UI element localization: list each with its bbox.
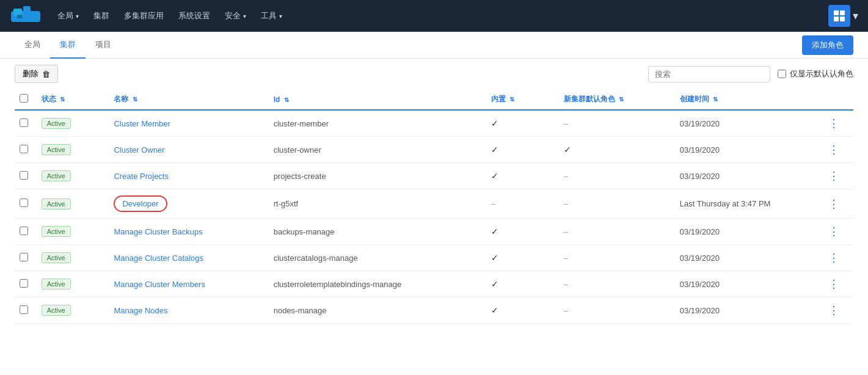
action-cell[interactable]: ⋮ <box>820 297 853 324</box>
default-role-cell: – <box>559 245 675 271</box>
action-cell[interactable]: ⋮ <box>820 271 853 297</box>
row-checkbox[interactable] <box>20 118 28 127</box>
name-cell: Developer <box>109 189 268 219</box>
id-cell: clusterroletemplatebindings-manage <box>269 271 486 297</box>
tab-project[interactable]: 项目 <box>86 32 121 59</box>
row-checkbox-cell[interactable] <box>15 189 37 219</box>
action-cell[interactable]: ⋮ <box>820 137 853 163</box>
row-checkbox[interactable] <box>20 305 28 314</box>
row-actions-button[interactable]: ⋮ <box>825 197 843 211</box>
row-actions-button[interactable]: ⋮ <box>825 250 843 265</box>
roles-table-container: 状态 ⇅ 名称 ⇅ Id ⇅ 内置 ⇅ 新集群默认角色 ⇅ <box>0 89 868 324</box>
builtin-check: ✓ <box>491 227 498 236</box>
row-actions-button[interactable]: ⋮ <box>825 277 843 291</box>
status-cell: Active <box>37 189 109 219</box>
nav-multicluster[interactable]: 多集群应用 <box>118 7 170 25</box>
role-name-link[interactable]: Developer <box>122 199 158 208</box>
created-cell: Last Thursday at 3:47 PM <box>675 189 820 219</box>
header-created[interactable]: 创建时间 ⇅ <box>675 89 820 110</box>
default-role-cell: – <box>559 110 675 137</box>
select-all-checkbox[interactable] <box>20 94 28 103</box>
role-name-link[interactable]: Manage Nodes <box>114 306 167 315</box>
row-checkbox-cell[interactable] <box>15 219 37 245</box>
action-cell[interactable]: ⋮ <box>820 245 853 271</box>
nav-global[interactable]: 全局 ▾ <box>51 7 85 25</box>
add-role-button[interactable]: 添加角色 <box>802 35 853 55</box>
header-status[interactable]: 状态 ⇅ <box>37 89 109 110</box>
header-name[interactable]: 名称 ⇅ <box>109 89 268 110</box>
created-cell: 03/19/2020 <box>675 297 820 324</box>
row-actions-button[interactable]: ⋮ <box>825 303 843 318</box>
nav-cluster[interactable]: 集群 <box>87 7 115 25</box>
row-actions-button[interactable]: ⋮ <box>825 169 843 183</box>
action-cell[interactable]: ⋮ <box>820 189 853 219</box>
delete-button[interactable]: 删除 🗑 <box>15 65 58 83</box>
header-builtin[interactable]: 内置 ⇅ <box>486 89 559 110</box>
select-all-header[interactable] <box>15 89 37 110</box>
header-actions <box>820 89 853 110</box>
row-checkbox[interactable] <box>20 253 28 261</box>
role-name-link[interactable]: Create Projects <box>114 172 169 181</box>
action-cell[interactable]: ⋮ <box>820 110 853 137</box>
search-input[interactable] <box>648 66 770 82</box>
nav-security[interactable]: 安全 ▾ <box>219 7 252 25</box>
builtin-cell: ✓ <box>486 297 559 324</box>
builtin-cell: – <box>486 189 559 219</box>
row-checkbox-cell[interactable] <box>15 271 37 297</box>
row-actions-button[interactable]: ⋮ <box>825 142 843 157</box>
default-role-checkbox[interactable] <box>778 70 786 78</box>
row-checkbox-cell[interactable] <box>15 163 37 189</box>
role-name-link[interactable]: Manage Cluster Members <box>114 280 205 289</box>
row-actions-button[interactable]: ⋮ <box>825 224 843 239</box>
status-cell: Active <box>37 245 109 271</box>
id-cell: cluster-member <box>269 110 486 137</box>
row-checkbox-cell[interactable] <box>15 137 37 163</box>
row-checkbox-cell[interactable] <box>15 297 37 324</box>
role-name-link[interactable]: Cluster Member <box>114 119 170 128</box>
chevron-down-icon: ▾ <box>76 13 79 20</box>
action-cell[interactable]: ⋮ <box>820 163 853 189</box>
builtin-cell: ✓ <box>486 110 559 137</box>
name-cell: Manage Cluster Catalogs <box>109 245 268 271</box>
status-cell: Active <box>37 110 109 137</box>
nav-tools[interactable]: 工具 ▾ <box>255 7 288 25</box>
user-menu-arrow[interactable]: ▾ <box>853 9 858 23</box>
row-checkbox[interactable] <box>20 227 28 235</box>
row-actions-button[interactable]: ⋮ <box>825 116 843 131</box>
tab-global[interactable]: 全局 <box>15 32 50 59</box>
row-checkbox-cell[interactable] <box>15 245 37 271</box>
header-id[interactable]: Id ⇅ <box>269 89 486 110</box>
toolbar-right: 仅显示默认认角色 <box>648 66 853 82</box>
role-name-link[interactable]: Manage Cluster Backups <box>114 227 202 236</box>
table-row: Active Manage Cluster Members clusterrol… <box>15 271 853 297</box>
default-dash: – <box>564 172 568 181</box>
sort-icon: ⇅ <box>509 96 514 103</box>
builtin-cell: ✓ <box>486 219 559 245</box>
navbar: 全局 ▾ 集群 多集群应用 系统设置 安全 ▾ 工具 ▾ ▾ <box>0 0 868 32</box>
table-row: Active Cluster Member cluster-member ✓ –… <box>15 110 853 137</box>
id-cell: cluster-owner <box>269 137 486 163</box>
default-role-filter[interactable]: 仅显示默认认角色 <box>778 68 853 79</box>
name-cell: Create Projects <box>109 163 268 189</box>
row-checkbox[interactable] <box>20 171 28 180</box>
builtin-check: ✓ <box>491 171 498 181</box>
role-name-link[interactable]: Manage Cluster Catalogs <box>114 253 203 263</box>
action-cell[interactable]: ⋮ <box>820 219 853 245</box>
chevron-down-icon: ▾ <box>243 13 246 20</box>
created-cell: 03/19/2020 <box>675 163 820 189</box>
highlighted-name: Developer <box>114 195 167 212</box>
row-checkbox[interactable] <box>20 145 28 153</box>
row-checkbox-cell[interactable] <box>15 110 37 137</box>
status-badge: Active <box>42 118 71 129</box>
tab-cluster[interactable]: 集群 <box>50 32 86 59</box>
header-default-role[interactable]: 新集群默认角色 ⇅ <box>559 89 675 110</box>
id-cell: backups-manage <box>269 219 486 245</box>
builtin-check: ✓ <box>491 279 498 289</box>
toolbar-left: 删除 🗑 <box>15 65 58 83</box>
role-name-link[interactable]: Cluster Owner <box>114 145 164 155</box>
user-avatar[interactable] <box>828 5 850 27</box>
default-role-cell: – <box>559 219 675 245</box>
row-checkbox[interactable] <box>20 198 28 207</box>
row-checkbox[interactable] <box>20 279 28 288</box>
nav-settings[interactable]: 系统设置 <box>172 7 216 25</box>
